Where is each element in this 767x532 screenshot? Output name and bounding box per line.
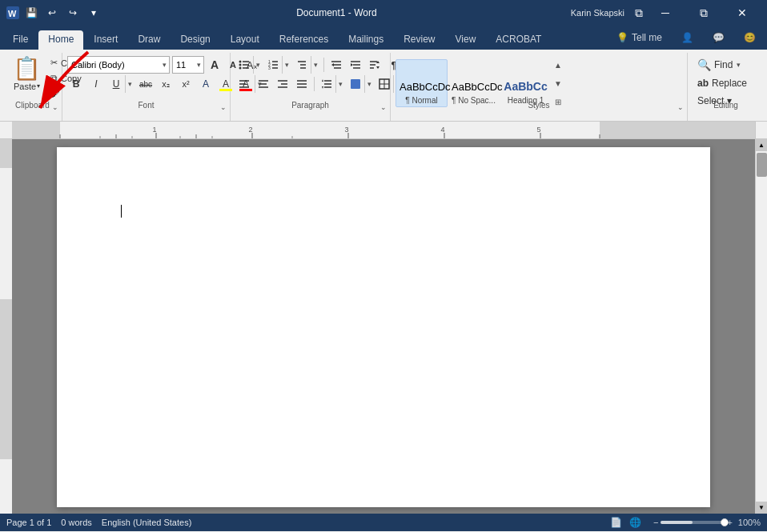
style-no-spacing[interactable]: AaBbCcDc ¶ No Spac... [448,59,500,107]
font-size-arrow[interactable]: ▾ [197,61,203,69]
align-right-button[interactable] [274,75,291,93]
redo-quick-btn[interactable]: ↪ [64,4,82,22]
account-btn[interactable]: 👤 [673,30,701,46]
zoom-fill [661,521,693,524]
find-icon: 🔍 [697,58,711,71]
style-heading1[interactable]: AaBbCc Heading 1 [500,59,552,107]
tab-review[interactable]: Review [394,30,444,50]
justify-button[interactable] [293,75,311,93]
close-button[interactable]: ✕ [724,0,761,26]
styles-dialog-launcher[interactable]: ⌄ [677,103,684,111]
undo-quick-btn[interactable]: ↩ [43,4,61,22]
font-name-field[interactable]: ▾ [67,56,170,74]
align-center-button[interactable] [255,75,272,93]
underline-button[interactable]: U [107,75,125,93]
clipboard-dialog-launcher[interactable]: ⌄ [52,103,58,111]
ribbon-display-icon[interactable]: ⧉ [632,6,645,19]
svg-text:4: 4 [440,126,444,134]
superscript-button[interactable]: x² [177,75,195,93]
scroll-down-button[interactable]: ▼ [756,502,768,514]
numbering-button[interactable]: 123 [264,56,282,74]
page-status: Page 1 of 1 [6,518,51,527]
document-page[interactable] [57,147,710,507]
ruler-area: 1 2 3 4 5 [0,122,767,139]
zoom-slider[interactable] [661,521,725,524]
text-cursor [121,205,122,218]
doc-body: ▲ ▼ [0,139,767,514]
tab-mailings[interactable]: Mailings [339,30,393,50]
font-name-input[interactable] [68,57,163,73]
scroll-thumb[interactable] [757,153,767,177]
subscript-button[interactable]: x₂ [157,75,175,93]
restore-button[interactable]: ⧉ [685,0,722,26]
multilevel-dropdown[interactable]: ▾ [311,56,320,74]
paste-dropdown-arrow[interactable]: ▾ [37,82,40,90]
svg-marker-24 [351,63,353,66]
document-area[interactable] [12,139,755,514]
bullets-dropdown[interactable]: ▾ [253,56,263,74]
paragraph-group: ▾ 123 ▾ ▾ [231,53,391,121]
svg-text:1: 1 [152,126,156,134]
tab-references[interactable]: References [270,30,338,50]
svg-point-7 [239,67,242,70]
title-bar: W 💾 ↩ ↪ ▾ Document1 - Word Karin Skapski… [0,0,767,26]
tab-draw[interactable]: Draw [128,30,170,50]
style-normal[interactable]: AaBbCcDc ¶ Normal [396,59,448,107]
replace-button[interactable]: ab Replace [693,75,752,91]
save-quick-btn[interactable]: 💾 [22,4,40,22]
scroll-up-button[interactable]: ▲ [756,139,768,151]
zoom-percent: 100% [738,518,761,527]
web-layout-btn[interactable]: 🌐 [628,516,644,529]
multilevel-button[interactable] [293,56,311,74]
emoji-btn[interactable]: 😊 [736,30,764,46]
find-button[interactable]: 🔍 Find ▾ [693,56,752,74]
tab-home[interactable]: Home [38,30,83,50]
line-spacing-dropdown[interactable]: ▾ [335,75,345,93]
increase-indent-button[interactable] [347,56,364,74]
print-layout-btn[interactable]: 📄 [608,516,624,529]
text-effects-icon: A [203,78,209,90]
tell-me-btn[interactable]: 💡 Tell me [608,30,670,46]
tab-view[interactable]: View [446,30,486,50]
vertical-scrollbar[interactable]: ▲ ▼ [755,139,767,514]
minimize-button[interactable]: ─ [647,0,684,26]
paste-section: 📋 Paste ▾ [8,54,46,94]
align-left-button[interactable] [235,75,253,93]
font-name-arrow[interactable]: ▾ [163,61,169,69]
paragraph-dialog-launcher[interactable]: ⌄ [380,103,387,111]
styles-scroll-up[interactable]: ▲ [552,56,564,74]
tab-acrobat[interactable]: ACROBAT [486,30,551,50]
customize-quick-btn[interactable]: ▾ [85,4,102,22]
comments-btn[interactable]: 💬 [705,30,733,46]
shading-dropdown[interactable]: ▾ [364,75,374,93]
font-dialog-launcher[interactable]: ⌄ [220,103,227,111]
font-size-field[interactable]: ▾ [172,56,204,74]
styles-scroll-down[interactable]: ▼ [552,74,564,92]
para-sep1 [323,58,324,72]
tab-insert[interactable]: Insert [84,30,127,50]
bullets-button[interactable] [235,56,253,74]
tab-layout[interactable]: Layout [221,30,269,50]
numbering-dropdown[interactable]: ▾ [282,56,291,74]
tab-design[interactable]: Design [171,30,219,50]
tab-file[interactable]: File [3,30,38,50]
underline-dropdown[interactable]: ▾ [125,75,135,93]
language-status: English (United States) [102,518,192,527]
zoom-out-btn[interactable]: − [653,518,658,527]
svg-text:3: 3 [268,66,271,70]
paste-button[interactable]: 📋 Paste ▾ [8,54,46,94]
grow-font-button[interactable]: A [207,57,223,73]
italic-button[interactable]: I [87,75,105,93]
bold-button[interactable]: B [67,75,85,93]
ruler-svg: 1 2 3 4 5 [12,122,755,139]
line-spacing-button[interactable] [318,75,335,93]
shading-button[interactable] [347,75,364,93]
decrease-indent-button[interactable] [327,56,345,74]
styles-gallery-content: AaBbCcDc ¶ Normal AaBbCcDc ¶ No Spac... … [396,53,564,121]
font-size-input[interactable] [173,57,197,73]
sort-button[interactable] [366,56,384,74]
find-dropdown-arrow[interactable]: ▾ [737,61,741,69]
strikethrough-button[interactable]: abc [137,75,155,93]
text-effects-button[interactable]: A [197,75,215,93]
svg-text:3: 3 [344,126,348,134]
